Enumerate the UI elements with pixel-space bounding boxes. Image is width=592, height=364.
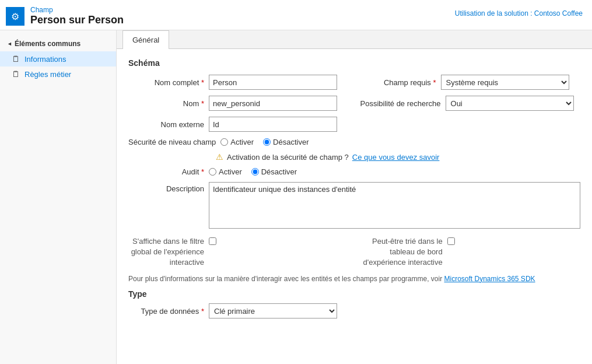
row-nom-complet: Nom complet * Champ requis * Système req… xyxy=(128,75,580,90)
sidebar: Éléments communs 🗒 Informations 🗒 Règles… xyxy=(0,30,117,364)
group-nom-externe: Nom externe xyxy=(128,117,580,132)
warning-text: Activation de la sécurité de champ ? xyxy=(227,153,349,162)
securite-label: Sécurité de niveau champ xyxy=(128,138,216,146)
informations-icon: 🗒 xyxy=(12,54,20,64)
group-nom: Nom * xyxy=(128,96,349,111)
nom-complet-input[interactable] xyxy=(209,75,337,90)
description-textarea[interactable]: Identificateur unique des instances d'en… xyxy=(209,182,580,229)
securite-desactiver-option[interactable]: Désactiver xyxy=(263,138,309,146)
group-audit: Audit * Activer Désactiver xyxy=(128,167,580,176)
checkbox-area: S'affiche dans le filtreglobal de l'expé… xyxy=(128,236,580,268)
audit-desactiver-radio[interactable] xyxy=(251,168,259,176)
tabs-bar: Général xyxy=(117,30,592,49)
info-text: Pour plus d'informations sur la manière … xyxy=(128,274,580,284)
row-audit: Audit * Activer Désactiver xyxy=(128,167,580,176)
group-nom-complet: Nom complet * xyxy=(128,75,349,90)
peut-etre-trie-checkbox[interactable] xyxy=(447,237,455,245)
nom-externe-input[interactable] xyxy=(209,117,337,132)
sidebar-section-title: Éléments communs xyxy=(0,36,116,51)
nom-input[interactable] xyxy=(209,96,337,111)
warning-link[interactable]: Ce que vous devez savoir xyxy=(352,153,440,162)
champ-requis-label: Champ requis * xyxy=(360,78,436,87)
warning-row: ⚠ Activation de la sécurité de champ ? C… xyxy=(128,152,580,162)
securite-activer-option[interactable]: Activer xyxy=(220,138,254,146)
type-title: Type xyxy=(128,289,580,299)
audit-activer-option[interactable]: Activer xyxy=(209,167,242,176)
audit-radio-group: Activer Désactiver xyxy=(209,167,297,176)
group-type-donnees: Type de données * Clé primaire xyxy=(128,303,580,318)
header-main-title: Person sur Person xyxy=(30,14,124,26)
type-donnees-star: * xyxy=(201,307,204,316)
header-subtitle: Champ xyxy=(30,6,124,14)
warning-icon: ⚠ xyxy=(216,152,223,162)
checkbox-col-peut-etre-trie: Peut-être trié dans letableau de bordd'e… xyxy=(363,236,581,268)
main-layout: Éléments communs 🗒 Informations 🗒 Règles… xyxy=(0,30,592,364)
nom-externe-label: Nom externe xyxy=(128,120,204,129)
type-donnees-label: Type de données * xyxy=(128,307,204,316)
content-area: Général Schéma Nom complet * Champ requi… xyxy=(117,30,592,364)
info-text-prefix: Pour plus d'informations sur la manière … xyxy=(128,275,442,283)
schema-title: Schéma xyxy=(128,58,580,68)
saffiche-checkbox[interactable] xyxy=(209,237,216,245)
securite-desactiver-label: Désactiver xyxy=(273,138,309,146)
group-champ-requis: Champ requis * Système requis Métier req… xyxy=(360,75,581,90)
audit-desactiver-option[interactable]: Désactiver xyxy=(251,167,297,176)
description-label: Description xyxy=(128,182,204,230)
securite-radio-group: Activer Désactiver xyxy=(220,138,309,146)
regles-metier-icon: 🗒 xyxy=(12,69,20,79)
checkbox-col-saffiche: S'affiche dans le filtreglobal de l'expé… xyxy=(128,236,346,268)
securite-activer-label: Activer xyxy=(230,138,254,146)
header-solution: Utilisation de la solution : Contoso Cof… xyxy=(455,9,583,18)
securite-activer-radio[interactable] xyxy=(220,138,228,146)
saffiche-label: S'affiche dans le filtreglobal de l'expé… xyxy=(128,236,204,268)
gear-icon: ⚙ xyxy=(6,7,24,26)
type-section: Type Type de données * Clé primaire xyxy=(128,289,580,318)
peut-etre-trie-label: Peut-être trié dans letableau de bordd'e… xyxy=(363,236,443,268)
header-title: Champ Person sur Person xyxy=(30,6,124,26)
form-content: Schéma Nom complet * Champ requis * Syst… xyxy=(117,49,592,334)
row-nom: Nom * Possibilité de recherche Oui Non xyxy=(128,96,580,111)
header-left: ⚙ Champ Person sur Person xyxy=(6,6,124,26)
description-right: Identificateur unique des instances d'en… xyxy=(209,182,580,230)
group-securite: Sécurité de niveau champ Activer Désacti… xyxy=(128,138,580,146)
type-donnees-select[interactable]: Clé primaire xyxy=(209,303,337,318)
group-possibilite: Possibilité de recherche Oui Non xyxy=(360,96,581,111)
solution-name: Contoso Coffee xyxy=(534,9,583,18)
row-description: Description Identificateur unique des in… xyxy=(128,182,580,230)
nom-complet-star: * xyxy=(201,78,204,87)
audit-star: * xyxy=(201,167,204,176)
nom-label: Nom * xyxy=(128,99,204,108)
possibilite-select[interactable]: Oui Non xyxy=(446,96,574,111)
sdk-link[interactable]: Microsoft Dynamics 365 SDK xyxy=(444,275,535,283)
sidebar-item-informations-label: Informations xyxy=(24,55,66,64)
row-securite: Sécurité de niveau champ Activer Désacti… xyxy=(128,138,580,146)
champ-requis-select[interactable]: Système requis Métier requis Aucun xyxy=(441,75,569,90)
header: ⚙ Champ Person sur Person Utilisation de… xyxy=(0,0,592,30)
audit-label: Audit * xyxy=(128,167,204,176)
row-type-donnees: Type de données * Clé primaire xyxy=(128,303,580,318)
audit-activer-label: Activer xyxy=(219,167,242,176)
sidebar-item-regles-metier[interactable]: 🗒 Règles métier xyxy=(0,66,116,82)
row-nom-externe: Nom externe xyxy=(128,117,580,132)
audit-desactiver-label: Désactiver xyxy=(261,167,297,176)
securite-desactiver-radio[interactable] xyxy=(263,138,271,146)
sidebar-item-regles-label: Règles métier xyxy=(24,70,71,79)
nom-star: * xyxy=(201,99,204,108)
possibilite-label: Possibilité de recherche xyxy=(360,99,441,108)
champ-requis-star: * xyxy=(433,78,436,87)
sidebar-item-informations[interactable]: 🗒 Informations xyxy=(0,51,116,66)
audit-activer-radio[interactable] xyxy=(209,168,216,176)
nom-complet-label: Nom complet * xyxy=(128,78,204,87)
tab-general[interactable]: Général xyxy=(122,30,169,49)
solution-label: Utilisation de la solution : xyxy=(455,9,533,18)
